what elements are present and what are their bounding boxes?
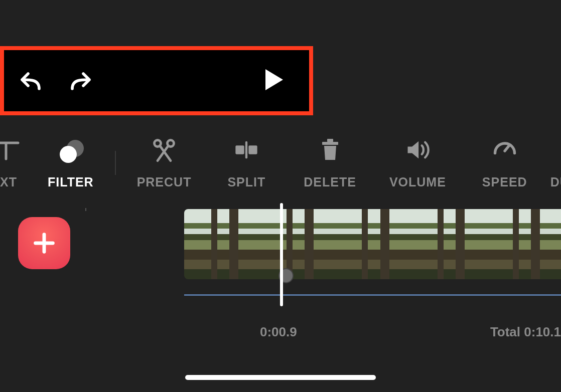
tool-precut-label: PRECUT [137,175,192,189]
editing-toolbar: XT FILTER PRECUT [0,130,561,195]
tool-delete-label: DELETE [304,175,356,189]
play-button[interactable] [258,66,287,96]
tool-text-label: XT [0,175,17,189]
player-controls-highlight [0,46,313,115]
svg-rect-6 [327,139,333,142]
clip-frame [335,209,410,279]
filter-icon [58,137,84,163]
clip-frame [184,209,259,279]
tool-volume-label: VOLUME [389,175,446,189]
redo-button[interactable] [68,69,92,93]
scissors-icon [151,137,177,163]
timeline: 0:00.9 Total 0:10.1 [0,208,561,338]
svg-rect-3 [249,145,257,154]
ruler-mark [85,208,86,211]
current-time: 0:00.9 [260,324,297,340]
tool-precut[interactable]: PRECUT [137,137,192,189]
total-time: Total 0:10.1 [490,324,561,340]
text-icon [0,137,24,163]
clip-frame [410,209,486,279]
tool-speed[interactable]: SPEED [482,137,527,189]
clip-frame [259,209,335,279]
undo-button[interactable] [19,69,43,93]
svg-rect-2 [236,145,244,154]
svg-rect-5 [322,142,338,145]
toolbar-divider [115,151,116,175]
add-media-button[interactable] [18,217,70,269]
playhead[interactable] [280,203,283,306]
timeline-track[interactable] [184,294,561,296]
tool-split-label: SPLIT [227,175,265,189]
tool-filter-label: FILTER [48,175,94,189]
tool-volume[interactable]: VOLUME [389,137,446,189]
speed-icon [492,137,518,163]
tool-duplicate-label: DU [550,175,561,189]
split-icon [232,137,260,163]
play-icon [258,66,287,94]
tool-duplicate[interactable]: DU [550,137,561,189]
tool-filter[interactable]: FILTER [48,137,94,189]
redo-icon [68,69,92,93]
clip-frame [486,209,561,279]
tool-speed-label: SPEED [482,175,527,189]
tool-text[interactable]: XT [0,137,28,189]
svg-rect-4 [245,141,247,158]
clip-strip[interactable] [184,209,561,279]
home-indicator[interactable] [185,375,376,380]
undo-icon [19,69,43,93]
plus-icon [31,230,57,256]
tool-delete[interactable]: DELETE [304,137,356,189]
delete-icon [318,137,342,163]
duplicate-icon [550,137,561,163]
volume-icon [403,137,432,163]
tool-split[interactable]: SPLIT [227,137,265,189]
